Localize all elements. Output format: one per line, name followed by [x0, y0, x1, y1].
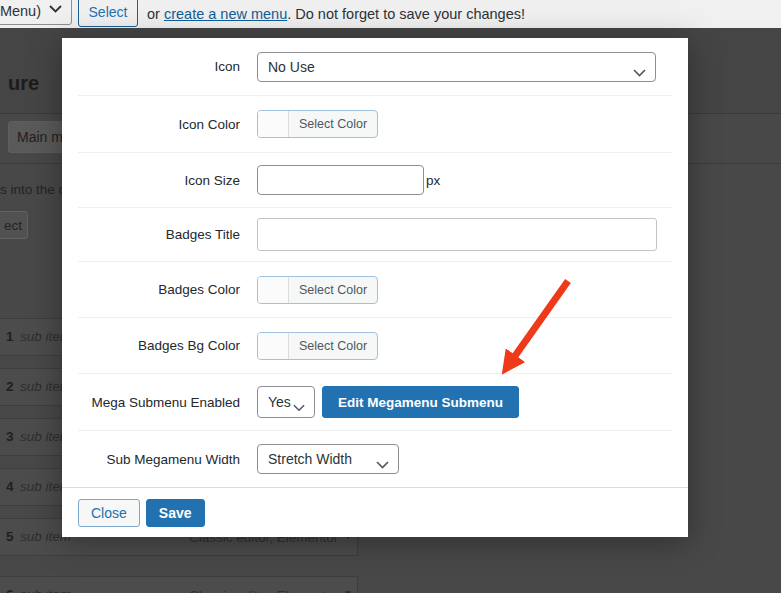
badges-color-picker-button[interactable]: Select Color	[257, 276, 378, 304]
save-button[interactable]: Save	[146, 499, 205, 527]
caret-down-icon[interactable]: ▼	[343, 588, 353, 593]
modal-rows: Icon No Use Icon Color Select Color Icon…	[62, 38, 688, 487]
menu-select-dropdown[interactable]: Menu)	[0, 0, 72, 25]
mega-submenu-select[interactable]: Yes	[257, 386, 315, 418]
sub-megamenu-width-label: Sub Megamenu Width	[78, 452, 240, 467]
color-swatch	[258, 333, 289, 359]
icon-select[interactable]: No Use	[257, 52, 656, 82]
badges-title-label: Badges Title	[78, 227, 240, 242]
background-button-fragment[interactable]: ect	[0, 211, 28, 239]
chevron-down-icon	[49, 0, 62, 16]
sub-megamenu-width-select[interactable]: Stretch Width	[257, 444, 399, 474]
save-changes-text: . Do not forget to save your changes!	[287, 6, 525, 22]
item-number: 5	[6, 529, 14, 544]
toolbar-hint-text: or create a new menu. Do not forget to s…	[147, 0, 525, 28]
chevron-down-icon	[293, 399, 305, 415]
icon-size-input[interactable]	[257, 165, 424, 195]
item-number: 1	[6, 329, 14, 344]
menu-item-row[interactable]: 6 sub item Classic editor, Elementor ▼	[0, 576, 358, 593]
wordpress-menu-editor-page: ure Main menu s into the c ect 1 sub ite…	[0, 0, 781, 593]
mega-submenu-row: Mega Submenu Enabled Yes Edit Megamenu S…	[78, 373, 672, 430]
icon-size-row: Icon Size px	[78, 152, 672, 207]
icon-color-label: Icon Color	[78, 117, 240, 132]
icon-color-row: Icon Color Select Color	[78, 95, 672, 152]
color-swatch	[258, 277, 289, 303]
badges-color-row: Badges Color Select Color	[78, 261, 672, 317]
mega-submenu-label: Mega Submenu Enabled	[78, 395, 240, 410]
icon-label: Icon	[78, 59, 240, 74]
menu-structure-heading-fragment: ure	[8, 72, 39, 95]
badges-title-row: Badges Title	[78, 207, 672, 261]
badges-title-input[interactable]	[257, 218, 657, 251]
or-text: or	[147, 6, 164, 22]
close-button[interactable]: Close	[78, 499, 140, 527]
px-suffix: px	[426, 173, 440, 188]
item-number: 2	[6, 379, 14, 394]
item-number: 3	[6, 429, 14, 444]
badges-bg-color-label: Badges Bg Color	[78, 338, 240, 353]
badges-bg-color-picker-button[interactable]: Select Color	[257, 332, 378, 360]
menu-select-toolbar: Menu) Select or create a new menu. Do no…	[0, 0, 781, 28]
badges-bg-color-row: Badges Bg Color Select Color	[78, 317, 672, 373]
sub-megamenu-width-row: Sub Megamenu Width Stretch Width	[78, 430, 672, 487]
item-meta: Classic editor, Elementor	[189, 588, 338, 593]
icon-row: Icon No Use	[78, 38, 672, 95]
item-number: 6	[6, 587, 14, 593]
icon-color-picker-button[interactable]: Select Color	[257, 110, 378, 138]
select-menu-button[interactable]: Select	[78, 0, 138, 27]
chevron-down-icon	[633, 64, 646, 80]
chevron-down-icon	[376, 456, 389, 472]
item-label: sub item	[20, 587, 71, 593]
icon-size-label: Icon Size	[78, 173, 240, 188]
edit-megamenu-submenu-button[interactable]: Edit Megamenu Submenu	[322, 386, 519, 418]
badges-color-label: Badges Color	[78, 282, 240, 297]
drag-items-text-fragment: s into the c	[0, 182, 65, 197]
modal-footer: Close Save	[62, 487, 688, 537]
create-new-menu-link[interactable]: create a new menu	[164, 6, 287, 22]
item-number: 4	[6, 479, 14, 494]
color-swatch	[258, 111, 289, 137]
menu-item-settings-modal: Icon No Use Icon Color Select Color Icon…	[62, 38, 688, 537]
